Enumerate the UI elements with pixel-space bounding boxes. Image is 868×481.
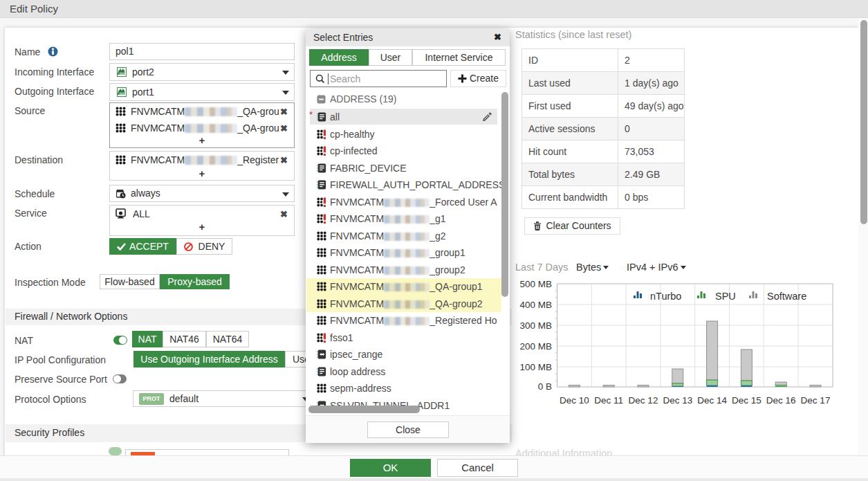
svg-text:Dec 15: Dec 15 (732, 395, 761, 406)
svg-text:Dec 14: Dec 14 (697, 395, 727, 406)
svg-text:Dec 10: Dec 10 (560, 395, 589, 406)
svg-text:0 B: 0 B (538, 381, 552, 392)
svg-text:Dec 16: Dec 16 (766, 395, 796, 406)
svg-text:Dec 12: Dec 12 (629, 395, 658, 406)
svg-text:Dec 17: Dec 17 (801, 395, 831, 406)
svg-text:100 MB: 100 MB (519, 362, 552, 372)
svg-text:SPU: SPU (715, 291, 736, 302)
svg-text:200 MB: 200 MB (519, 341, 552, 352)
svg-text:Dec 13: Dec 13 (663, 395, 692, 406)
svg-text:Dec 11: Dec 11 (594, 395, 623, 406)
svg-text:500 MB: 500 MB (519, 279, 552, 289)
svg-text:300 MB: 300 MB (519, 320, 552, 331)
svg-text:nTurbo: nTurbo (650, 291, 681, 302)
svg-text:400 MB: 400 MB (519, 300, 552, 310)
svg-text:Software: Software (767, 291, 806, 302)
